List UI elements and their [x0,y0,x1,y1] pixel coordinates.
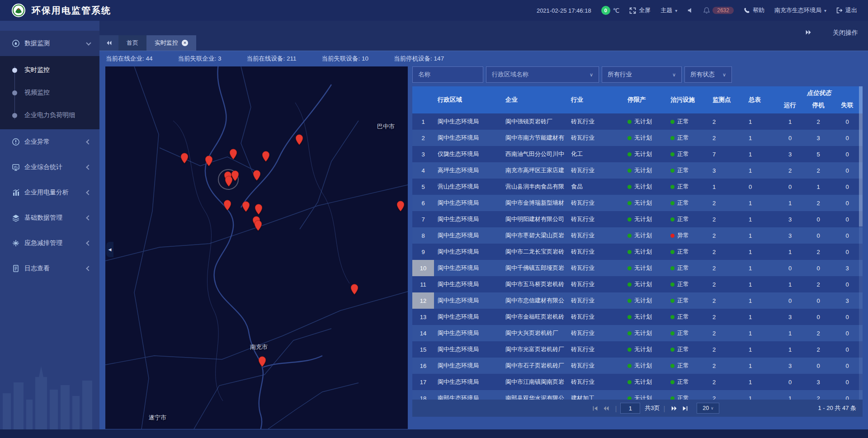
table-row[interactable]: 8阆中生态环境局阆中市枣碧大梁山页岩砖瓦行业无计划异常21300 [412,227,863,244]
sidebar-group-5[interactable]: 基础数据管理 [0,205,99,231]
table-row[interactable]: 17阆中生态环境局阆中市江南镇阆南页岩砖瓦行业无计划正常21030 [412,374,863,390]
map-marker-icon[interactable] [262,151,270,162]
map-marker-icon[interactable] [255,220,262,231]
sidebar-group-3[interactable]: 企业综合统计 [0,155,99,180]
table-scrollbar[interactable] [859,86,863,400]
next-page-button[interactable] [669,405,679,411]
chevron-left-icon [86,139,91,144]
tabs-scroll-right-button[interactable] [805,29,812,37]
sidebar-group-7[interactable]: 日志查看 [0,256,99,281]
column-header-监测点[interactable]: 监测点 [705,86,741,113]
column-header-行政区域[interactable]: 行政区域 [434,86,502,113]
help-button[interactable]: 帮助 [744,6,764,14]
table-row[interactable]: 16阆中生态环境局阆中市石子页岩机砖厂砖瓦行业无计划正常21300 [412,358,863,374]
column-header-运行[interactable]: 运行 [775,97,805,113]
cell-running: 0 [775,179,805,195]
table-row[interactable]: 18南部生态环境局南部县双华水泥有限公建材加工无计划正常21120 [412,390,863,400]
table-row[interactable]: 9阆中生态环境局阆中市二龙长宝页岩砖砖瓦行业无计划正常21120 [412,244,863,260]
column-header-总表[interactable]: 总表 [741,86,775,113]
chevron-down-icon: ∨ [711,406,714,410]
page-size-select[interactable]: 20 ∨ [697,403,719,414]
map-panel[interactable]: ◀ 巴中市南充市遂宁市 [105,66,408,429]
map-marker-icon[interactable] [296,134,303,145]
table-row[interactable]: 2阆中生态环境局阆中市南方节能建材有砖瓦行业无计划正常21030 [412,130,863,146]
cell-monitor-points: 2 [705,130,741,146]
table-row[interactable]: 6阆中生态环境局阆中市金博瑞新型墙材砖瓦行业无计划正常21120 [412,195,863,211]
cell-total-meters: 1 [741,358,775,374]
map-marker-icon[interactable] [225,176,233,187]
volume-icon [687,7,693,14]
table-row[interactable]: 14阆中生态环境局阆中大兴页岩机砖厂砖瓦行业无计划正常21120 [412,325,863,341]
industry-select[interactable]: 所有行业 ∨ [602,66,682,83]
cell-company: 阆中市光富页岩机砖厂 [502,341,567,358]
sidebar-group-6[interactable]: 应急减排管理 [0,231,99,256]
table-row[interactable]: 5营山生态环境局营山县润丰肉食品有限食品无计划正常10010 [412,179,863,195]
production-limit-text: 无计划 [634,199,652,207]
map-marker-icon[interactable] [397,201,405,212]
map-marker-icon[interactable] [205,155,213,166]
notifications-button[interactable]: 2632 [703,7,734,14]
table-row[interactable]: 10阆中生态环境局阆中千佛镇五郎垭页岩砖瓦行业无计划正常21003 [412,260,863,276]
volume-button[interactable] [687,7,693,14]
name-search-input[interactable]: 名称 [412,66,483,83]
map-marker-icon[interactable] [230,149,237,160]
sidebar-item-实时监控[interactable]: 实时监控 [0,59,99,81]
map-collapse-button[interactable]: ◀ [106,242,113,257]
table-row[interactable]: 7阆中生态环境局阆中明阳建材有限公司砖瓦行业无计划正常21300 [412,211,863,227]
tab-实时监控[interactable]: 实时监控✕ [146,35,196,51]
pagination-bar: | 共3页 | 20 ∨ 1 - 20 共 47 条 [412,400,863,417]
tab-首页[interactable]: 首页 [118,35,146,51]
cell-company: 阆中市南方节能建材有 [502,130,567,146]
cell-region: 阆中生态环境局 [434,113,502,130]
fullscreen-button[interactable]: 全屏 [629,6,651,14]
map-marker-icon[interactable] [224,200,231,211]
first-page-button[interactable] [590,405,600,411]
column-header-停限产[interactable]: 停限产 [624,86,667,113]
chevron-left-icon [86,190,91,195]
user-dropdown[interactable]: 南充市生态环境局 ▾ [774,6,826,14]
page-number-input[interactable] [620,403,640,414]
column-header-行业[interactable]: 行业 [567,86,624,113]
map-marker-icon[interactable] [181,153,189,164]
column-header-停机[interactable]: 停机 [805,97,832,113]
sidebar-item-视频监控[interactable]: 视频监控 [0,81,99,104]
production-limit-text: 无计划 [634,248,652,256]
column-header-失联[interactable]: 失联 [832,97,863,113]
sidebar-submenu: 实时监控视频监控企业电力负荷明细 [0,56,99,129]
table-row[interactable]: 11阆中生态环境局阆中市五马桥页岩机砖砖瓦行业无计划正常21120 [412,276,863,292]
sidebar-group-2[interactable]: 企业异常 [0,129,99,155]
sidebar-group-label: 企业用电量分析 [24,188,69,197]
cell-monitor-points: 1 [705,179,741,195]
table-row[interactable]: 3仪陇生态环境局西南油气田分公司川中化工无计划正常71350 [412,146,863,162]
cell-industry: 砖瓦行业 [567,374,624,390]
tab-close-icon[interactable]: ✕ [182,40,188,46]
map-marker-icon[interactable] [259,356,266,367]
sidebar-group-4[interactable]: 企业用电量分析 [0,180,99,205]
sidebar-item-企业电力负荷明细[interactable]: 企业电力负荷明细 [0,104,99,127]
previous-page-button[interactable] [600,405,611,411]
last-page-button[interactable] [679,405,690,411]
cell-production-limit: 无计划 [624,390,667,400]
logout-button[interactable]: 退出 [836,6,857,14]
column-header-治污设施[interactable]: 治污设施 [667,86,705,113]
table-row[interactable]: 4高坪生态环境局南充市高坪区王家店建砖瓦行业无计划正常31220 [412,162,863,179]
close-operations-button[interactable]: 关闭操作 [833,29,858,37]
notification-badge: 2632 [712,7,734,14]
cell-stopped: 1 [805,179,832,195]
map-marker-icon[interactable] [255,204,263,215]
cell-total-meters: 1 [741,260,775,276]
table-row[interactable]: 12阆中生态环境局阆中市忠信建材有限公砖瓦行业无计划正常21003 [412,292,863,309]
region-select[interactable]: 行政区域名称 ∨ [486,66,599,83]
map-marker-icon[interactable] [253,170,261,181]
sidebar-group-1[interactable]: 数据监测 [0,31,99,56]
map-marker-icon[interactable] [351,284,359,295]
table-row[interactable]: 1阆中生态环境局阆中强锐页岩砖厂砖瓦行业无计划正常21120 [412,113,863,130]
column-header-企业[interactable]: 企业 [502,86,567,113]
status-select[interactable]: 所有状态 ∨ [684,66,732,83]
stat-当前在线设备: 当前在线设备: 211 [247,55,297,63]
theme-dropdown[interactable]: 主题 ▾ [660,6,677,14]
table-row[interactable]: 15阆中生态环境局阆中市光富页岩机砖厂砖瓦行业无计划正常21120 [412,341,863,358]
table-row[interactable]: 13阆中生态环境局阆中市金福旺页岩机砖砖瓦行业无计划正常21300 [412,309,863,325]
tabs-scroll-left-button[interactable] [99,35,118,51]
map-marker-icon[interactable] [242,201,250,212]
